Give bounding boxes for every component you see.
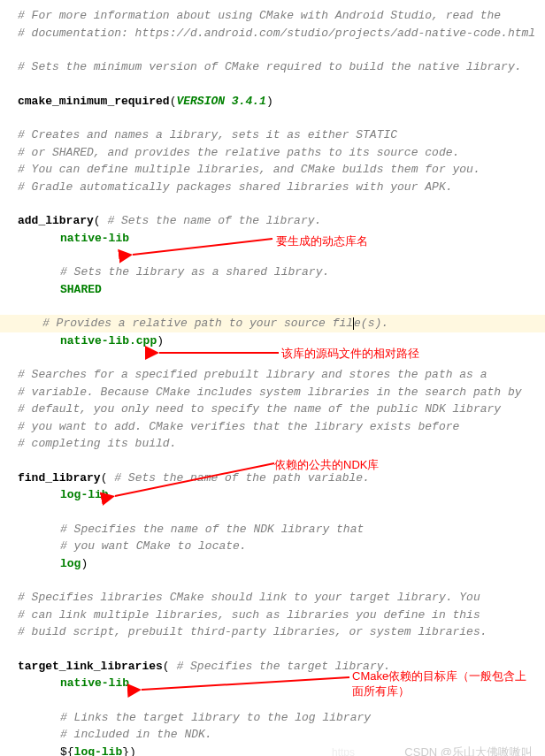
- inline-comment: # Sets the name of the path variable.: [107, 471, 369, 485]
- inline-comment: # Specifies the target library.: [170, 660, 391, 673]
- comment-line: # Links the target library to the log li…: [18, 709, 527, 727]
- shared-keyword: SHARED: [60, 283, 102, 296]
- blank-line: [18, 247, 527, 263]
- blank-line: [18, 42, 527, 58]
- arg-shared: SHARED: [18, 281, 527, 299]
- comment-line: # Creates and names a library, sets it a…: [18, 126, 527, 144]
- comment-line: # documentation: https://d.android.com/s…: [18, 25, 527, 42]
- comment-line: # For more information about using CMake…: [18, 7, 527, 25]
- comment-line: # Searches for a specified prebuilt libr…: [18, 366, 527, 384]
- fn-add-library: add_library: [18, 214, 94, 227]
- blank-line: [18, 298, 527, 315]
- comment-line: # completing its build.: [18, 435, 527, 453]
- fn-target-link-libraries: target_link_libraries: [18, 660, 163, 673]
- comment-line-highlighted: # Provides a relative path to your sourc…: [0, 315, 545, 332]
- blank-line: [18, 349, 527, 366]
- arg-native-lib: native-lib: [18, 230, 527, 248]
- fn-cmake-minimum-required: cmake_minimum_required: [18, 95, 170, 108]
- comment-line: # included in the NDK.: [18, 726, 527, 744]
- comment-line: # default, you only need to specify the …: [18, 401, 527, 418]
- blank-line: [18, 692, 527, 709]
- comment-line: # Sets the library as a shared library.: [18, 263, 527, 281]
- comment-line: # build script, prebuilt third-party lib…: [18, 623, 527, 641]
- version-keyword: VERSION 3.4.1: [176, 95, 265, 108]
- comment-line: # can link multiple libraries, such as l…: [18, 607, 527, 624]
- comment-line: # Specifies libraries CMake should link …: [18, 589, 527, 607]
- watermark-https: https: [332, 745, 355, 756]
- code-line-target-link: target_link_libraries( # Specifies the t…: [18, 658, 527, 676]
- code-line-add-library: add_library( # Sets the name of the libr…: [18, 212, 527, 230]
- arg-native-cpp: native-lib.cpp): [18, 332, 527, 350]
- blank-line: [18, 195, 527, 212]
- blank-line: [18, 572, 527, 589]
- log-lib-var: log-lib: [74, 745, 123, 757]
- comment-line: # Gradle automatically packages shared l…: [18, 179, 527, 196]
- fn-find-library: find_library: [18, 471, 101, 485]
- blank-line: [18, 110, 527, 126]
- arg-log: log): [18, 555, 527, 573]
- log-lib-name: log-lib: [60, 488, 109, 501]
- blank-line: [18, 453, 527, 470]
- arg-log-lib: log-lib: [18, 486, 527, 504]
- log-name: log: [60, 557, 81, 570]
- blank-line: [18, 641, 527, 658]
- inline-comment: # Sets the name of the library.: [101, 214, 322, 227]
- comment-line: # you want CMake to locate.: [18, 538, 527, 555]
- comment-line: # variable. Because CMake includes syste…: [18, 384, 527, 401]
- dollar-open: ${: [60, 745, 74, 757]
- comment-line: # or SHARED, and provides the relative p…: [18, 144, 527, 162]
- comment-line: # you want to add. CMake verifies that t…: [18, 418, 527, 436]
- dollar-close: }: [122, 745, 129, 757]
- arg-native-lib-2: native-lib: [18, 675, 527, 692]
- comment-line: # You can define multiple libraries, and…: [18, 161, 527, 179]
- code-line-cmake-minimum: cmake_minimum_required(VERSION 3.4.1): [18, 93, 527, 111]
- native-lib-name: native-lib: [60, 232, 129, 245]
- comment-line: # Sets the minimum version of CMake requ…: [18, 58, 527, 76]
- watermark-csdn: CSDN @乐山大佛嗷嗷叫: [404, 744, 533, 757]
- comment-line: # Specifies the name of the NDK library …: [18, 521, 527, 538]
- blank-line: [18, 76, 527, 93]
- code-line-find-library: find_library( # Sets the name of the pat…: [18, 470, 527, 487]
- native-lib-cpp: native-lib.cpp: [60, 334, 157, 347]
- native-lib-name-2: native-lib: [60, 676, 129, 690]
- blank-line: [18, 504, 527, 521]
